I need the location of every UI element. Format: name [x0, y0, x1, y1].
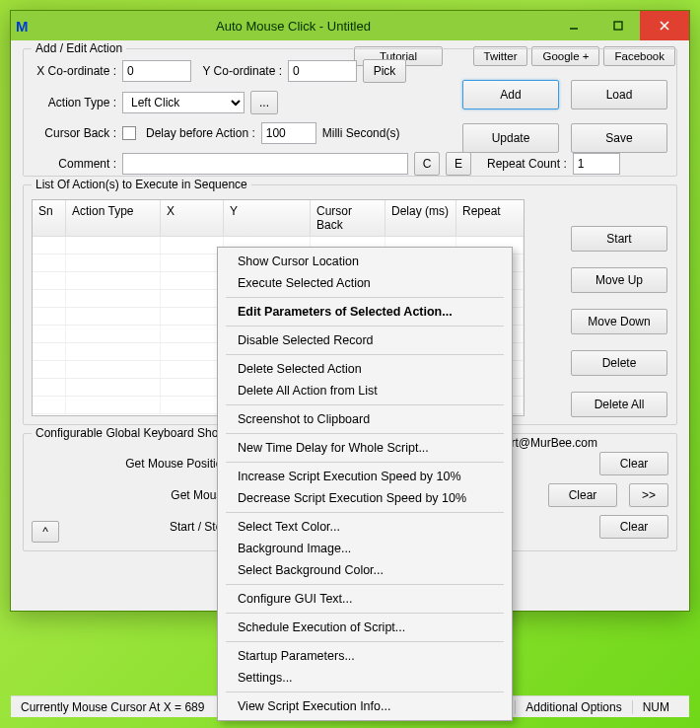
repeat-count-input[interactable] [573, 153, 620, 175]
status-num: NUM [632, 700, 679, 714]
context-menu-item[interactable]: Decrease Script Execution Speed by 10% [220, 487, 510, 509]
clear-button-1[interactable]: Clear [599, 452, 668, 475]
close-button[interactable] [640, 11, 689, 40]
load-button[interactable]: Load [571, 80, 667, 109]
y-coord-input[interactable] [288, 60, 357, 82]
y-coord-label: Y Co-ordinate : [197, 64, 282, 78]
delete-all-button[interactable]: Delete All [571, 392, 667, 417]
col-x[interactable]: X [161, 200, 224, 236]
svg-rect-1 [614, 22, 622, 30]
context-menu-separator [226, 354, 504, 355]
c-button[interactable]: C [414, 152, 440, 176]
add-edit-legend: Add / Edit Action [32, 41, 126, 55]
more-button[interactable]: >> [629, 483, 668, 507]
context-menu-item[interactable]: Configure GUI Text... [220, 588, 510, 610]
get-mouse-label: Get Mouse [32, 488, 229, 502]
save-button[interactable]: Save [571, 123, 667, 153]
move-down-button[interactable]: Move Down [571, 309, 667, 334]
context-menu-separator [226, 326, 504, 327]
delay-label: Delay before Action : [146, 126, 255, 140]
context-menu-item[interactable]: Screenshot to Clipboard [220, 408, 510, 430]
repeat-count-label: Repeat Count : [487, 157, 567, 171]
col-action-type[interactable]: Action Type [66, 200, 161, 236]
context-menu-separator [226, 692, 504, 692]
context-menu-separator [226, 297, 504, 298]
clear-button-2[interactable]: Clear [548, 483, 617, 507]
e-button[interactable]: E [446, 152, 471, 176]
maximize-button[interactable] [595, 11, 640, 40]
col-sn[interactable]: Sn [33, 200, 66, 236]
context-menu-separator [226, 462, 504, 463]
titlebar[interactable]: M Auto Mouse Click - Untitled [11, 11, 689, 40]
caret-button[interactable]: ^ [32, 521, 59, 543]
context-menu-item[interactable]: Delete All Action from List [220, 380, 510, 401]
action-type-label: Action Type : [32, 96, 116, 109]
add-button[interactable]: Add [462, 80, 559, 109]
context-menu-item[interactable]: Select Background Color... [220, 559, 510, 581]
x-coord-label: X Co-ordinate : [32, 64, 116, 78]
context-menu-separator [226, 433, 504, 434]
context-menu-item[interactable]: View Script Execution Info... [220, 695, 510, 717]
action-type-more-button[interactable]: ... [250, 91, 278, 114]
delay-input[interactable] [261, 122, 316, 144]
col-repeat[interactable]: Repeat [456, 200, 524, 236]
context-menu-item[interactable]: Select Text Color... [220, 516, 510, 538]
col-cursor-back[interactable]: Cursor Back [311, 200, 385, 236]
context-menu-item[interactable]: Settings... [220, 667, 510, 689]
context-menu-item[interactable]: Edit Parameters of Selected Action... [220, 301, 510, 323]
context-menu-item[interactable]: Disable Selected Record [220, 329, 510, 351]
get-mouse-position-label: Get Mouse Position [32, 457, 229, 471]
minimize-button[interactable] [551, 11, 595, 40]
context-menu-item[interactable]: Delete Selected Action [220, 358, 510, 380]
start-button[interactable]: Start [571, 226, 667, 252]
context-menu-item[interactable]: Startup Parameters... [220, 645, 510, 667]
table-header: Sn Action Type X Y Cursor Back Delay (ms… [33, 200, 524, 237]
context-menu-item[interactable]: Increase Script Execution Speed by 10% [220, 466, 510, 487]
col-delay[interactable]: Delay (ms) [385, 200, 456, 236]
x-coord-input[interactable] [122, 60, 191, 82]
context-menu-separator [226, 613, 504, 614]
context-menu-separator [226, 404, 504, 405]
clear-button-3[interactable]: Clear [599, 515, 668, 539]
context-menu-separator [226, 584, 504, 585]
context-menu-item[interactable]: Background Image... [220, 538, 510, 559]
update-button[interactable]: Update [462, 123, 559, 153]
comment-input[interactable] [122, 153, 408, 175]
context-menu-item[interactable]: Show Cursor Location [220, 251, 510, 272]
action-list-legend: List Of Action(s) to Execute in Sequence [32, 178, 251, 191]
col-y[interactable]: Y [224, 200, 311, 236]
context-menu-item[interactable]: Execute Selected Action [220, 272, 510, 294]
comment-label: Comment : [32, 157, 116, 171]
delay-units: Milli Second(s) [322, 126, 400, 140]
context-menu-separator [226, 641, 504, 642]
context-menu-item[interactable]: Schedule Execution of Script... [220, 617, 510, 638]
app-icon: M [16, 18, 35, 35]
move-up-button[interactable]: Move Up [571, 267, 667, 293]
pick-button[interactable]: Pick [363, 59, 406, 83]
status-options[interactable]: Additional Options [515, 700, 631, 714]
context-menu-separator [226, 512, 504, 513]
cursor-back-checkbox[interactable] [122, 126, 136, 140]
status-cursor-text: Currently Mouse Cursor At X = 689 [21, 700, 204, 714]
window-title: Auto Mouse Click - Untitled [35, 19, 551, 34]
delete-button[interactable]: Delete [571, 350, 667, 376]
context-menu-item[interactable]: New Time Delay for Whole Script... [220, 437, 510, 459]
cursor-back-label: Cursor Back : [32, 126, 116, 140]
context-menu[interactable]: Show Cursor LocationExecute Selected Act… [217, 247, 513, 721]
start-stop-label: Start / Stop [32, 520, 229, 534]
action-type-select[interactable]: Left Click [122, 92, 245, 113]
